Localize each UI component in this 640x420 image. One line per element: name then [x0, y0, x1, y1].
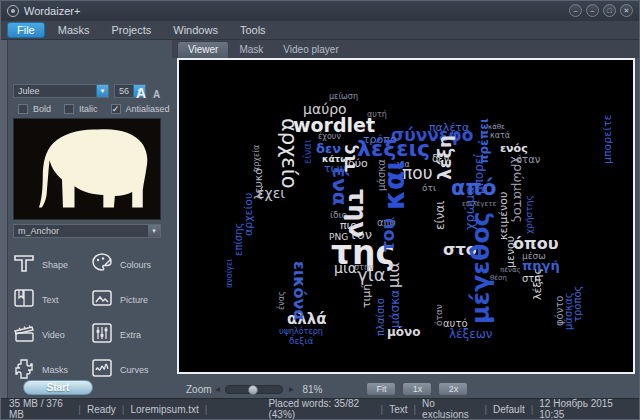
cloud-word: χρώματος: [512, 156, 525, 223]
video-tool-button[interactable]: Video: [12, 322, 90, 348]
mask-preview: [13, 118, 161, 220]
antialiased-label: Antialiased: [126, 104, 170, 114]
status-right: |Text|No exclusions|Default|12 Ноябрь 20…: [375, 398, 631, 420]
panel-edge: [1, 40, 8, 400]
video-icon: [12, 321, 36, 349]
font-size-decrease-button[interactable]: A: [153, 89, 160, 100]
tab-viewer[interactable]: Viewer: [177, 41, 229, 58]
cloud-word: πλαίσιο: [376, 298, 386, 336]
extra-tool-button[interactable]: Extra: [90, 322, 168, 348]
viewer-canvas[interactable]: μείωσημαύροαυτήwordletπαλέτασύννεφοτρόπο…: [177, 58, 635, 374]
cloud-word: ανοίγει: [226, 259, 234, 288]
zoom-percentage: 81%: [302, 384, 322, 395]
window-title: Wordaizer+: [24, 5, 80, 17]
status-separator: |: [122, 404, 125, 415]
cloud-word: υψηλότερη: [279, 328, 323, 336]
font-style-options: BoldItalic✓Antialiased: [18, 104, 170, 114]
tab-mask[interactable]: Mask: [229, 42, 273, 58]
cloud-word: αρχείο: [278, 118, 299, 189]
status-separator: |: [205, 404, 208, 415]
rollup-button[interactable]: –: [569, 4, 582, 17]
cloud-word: επίσης: [234, 223, 244, 256]
cloud-word: μείωση: [329, 93, 358, 101]
status-item-left-2: Loremipsum.txt: [130, 404, 198, 415]
cloud-word: πένας: [500, 267, 521, 274]
cloud-word: την: [345, 189, 369, 238]
cloud-word: χρώμα: [463, 187, 476, 231]
cloud-word: όταν: [435, 304, 444, 326]
minimize-button[interactable]: –: [586, 4, 599, 17]
curves-tool-button[interactable]: Curves: [90, 357, 168, 383]
zoom-2x-button[interactable]: 2x: [438, 382, 468, 396]
cloud-word: ένας: [278, 291, 286, 310]
text-tool-button[interactable]: Text: [12, 287, 90, 313]
cloud-word: μπορείτε: [602, 114, 613, 164]
cloud-word: εικόνα: [291, 261, 307, 320]
title-bar: Wordaizer+ ––□✕: [1, 1, 639, 21]
font-family-dropdown[interactable]: Julee ▾: [13, 84, 109, 98]
cloud-word: μια: [386, 262, 402, 288]
menu-item-masks[interactable]: Masks: [49, 23, 99, 37]
status-left: 35 MB / 376 MB|Ready|Loremipsum.txt|Plac…: [9, 398, 375, 420]
picture-tool-label: Picture: [120, 295, 148, 305]
text-icon: [12, 286, 36, 314]
status-item-right-2: Default: [493, 404, 525, 415]
menu-item-projects[interactable]: Projects: [103, 23, 161, 37]
video-tool-label: Video: [42, 330, 65, 340]
cloud-word: τιμή: [361, 284, 372, 308]
antialiased-checkbox[interactable]: ✓: [111, 104, 121, 114]
menu-item-tools[interactable]: Tools: [231, 23, 275, 37]
menu-item-windows[interactable]: Windows: [164, 23, 227, 37]
cloud-word: τρόπος: [573, 286, 583, 323]
shape-tool-button[interactable]: Shape: [12, 252, 90, 278]
colours-tool-button[interactable]: Colours: [90, 252, 168, 278]
italic-label: Italic: [79, 104, 98, 114]
zoom-out-arrow[interactable]: ◄: [214, 385, 222, 394]
cloud-word: μάσκα: [389, 290, 401, 328]
start-button[interactable]: Start: [23, 380, 93, 395]
status-separator: |: [78, 404, 81, 415]
extra-tool-label: Extra: [120, 330, 141, 340]
cloud-word: όπου: [513, 236, 558, 252]
picture-icon: [90, 286, 114, 314]
zoom-slider[interactable]: [225, 385, 283, 394]
cloud-word: λέξης: [532, 268, 543, 300]
settings-panel: Julee ▾ 56 ▾ A A BoldItalic✓Antialiased …: [8, 40, 172, 400]
status-separator: |: [531, 404, 534, 415]
bold-checkbox[interactable]: [18, 104, 28, 114]
zoom-in-arrow[interactable]: ►: [287, 385, 295, 394]
extra-icon: [90, 321, 114, 349]
menu-item-file[interactable]: File: [7, 22, 45, 38]
status-item-left-3: Placed words: 35/82 (43%): [268, 398, 374, 420]
mask-dropdown-icon[interactable]: ▾: [147, 225, 160, 237]
status-item-left-0: 35 MB / 376 MB: [9, 398, 72, 420]
status-item-left-1: Ready: [87, 404, 116, 415]
curves-icon: [90, 356, 114, 384]
font-size-value: 56: [119, 86, 129, 96]
status-separator: |: [484, 404, 487, 415]
picture-tool-button[interactable]: Picture: [90, 287, 168, 313]
status-item-right-3: 12 Ноябрь 2015 10:35: [539, 398, 631, 420]
zoom-label: Zoom: [186, 384, 212, 395]
mask-dropdown[interactable]: m_Anchor ▾: [13, 224, 161, 238]
shape-icon: [12, 251, 36, 279]
cloud-word: του: [380, 218, 397, 252]
status-separator: |: [413, 404, 416, 415]
cloud-word: χρήστης: [525, 195, 534, 234]
colours-tool-label: Colours: [120, 260, 151, 270]
italic-checkbox[interactable]: [64, 104, 74, 114]
font-size-increase-button[interactable]: A: [136, 85, 146, 101]
word-cloud: μείωσημαύροαυτήwordletπαλέτασύννεφοτρόπο…: [179, 60, 633, 372]
status-item-right-1: No exclusions: [422, 398, 478, 420]
font-family-value: Julee: [18, 86, 40, 96]
maximize-button[interactable]: □: [603, 4, 616, 17]
zoom-1x-button[interactable]: 1x: [402, 382, 432, 396]
tab-video-player[interactable]: Video player: [273, 42, 348, 58]
status-separator: |: [381, 404, 384, 415]
font-family-dropdown-icon[interactable]: ▾: [96, 85, 108, 97]
zoom-fit-button[interactable]: Fit: [366, 382, 396, 396]
zoom-slider-thumb[interactable]: [248, 385, 258, 395]
cloud-word: μενού: [505, 236, 516, 268]
app-window: Wordaizer+ ––□✕ FileMasksProjectsWindows…: [0, 0, 640, 420]
close-button[interactable]: ✕: [620, 4, 633, 17]
